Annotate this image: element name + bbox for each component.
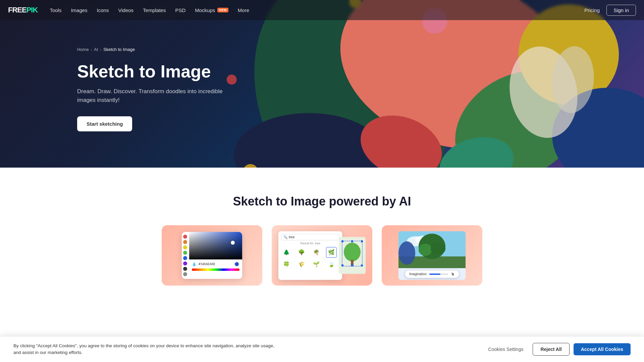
pricing-link[interactable]: Pricing — [584, 7, 600, 13]
sign-in-button[interactable]: Sign in — [606, 5, 636, 16]
nav-more[interactable]: More — [238, 7, 249, 13]
feature-card-icon-search: 🔍 tree Result for: tree 🌲 🌳 🌴 🌿 🍀 🌾 🌱 🍃 — [272, 225, 372, 286]
svg-point-37 — [398, 241, 415, 265]
breadcrumb-sep-2: › — [100, 48, 102, 52]
nav-right: Pricing Sign in — [584, 5, 636, 16]
imagination-mockup: Imagination 🖱 — [398, 231, 466, 280]
section-title: Sketch to Image powered by AI — [0, 194, 644, 208]
svg-rect-24 — [361, 240, 363, 242]
svg-rect-25 — [341, 264, 343, 266]
nav-images[interactable]: Images — [71, 7, 87, 13]
hero-content: Home › AI › Sketch to Image Sketch to Im… — [0, 20, 644, 131]
brand-name-pik: PIK — [26, 6, 38, 14]
new-badge: NEW — [217, 8, 228, 12]
icon-search-mockup: 🔍 tree Result for: tree 🌲 🌳 🌴 🌿 🍀 🌾 🌱 🍃 — [278, 231, 342, 280]
search-icon: 🔍 — [283, 235, 287, 239]
svg-point-20 — [344, 243, 361, 261]
svg-rect-23 — [341, 240, 343, 242]
hero-title: Sketch to Image — [77, 62, 644, 81]
svg-rect-27 — [351, 240, 353, 242]
feature-card-color-picker: 💧 #346AEA88 — [162, 225, 262, 286]
svg-rect-26 — [361, 264, 363, 266]
brand-logo[interactable]: FREEPIK — [8, 6, 38, 14]
brand-name-free: FREE — [8, 6, 26, 14]
svg-point-36 — [431, 243, 445, 255]
color-picker-mockup: 💧 #346AEA88 — [182, 232, 242, 279]
nav-templates[interactable]: Templates — [143, 7, 166, 13]
nav-icons[interactable]: Icons — [97, 7, 109, 13]
start-sketching-button[interactable]: Start sketching — [77, 116, 132, 131]
ai-section: Sketch to Image powered by AI — [0, 168, 644, 299]
nav-tools[interactable]: Tools — [50, 7, 61, 13]
nav-links: Tools Images Icons Videos Templates PSD … — [50, 7, 584, 13]
breadcrumb: Home › AI › Sketch to Image — [77, 47, 644, 52]
breadcrumb-sep-1: › — [91, 48, 92, 52]
nav-psd[interactable]: PSD — [175, 7, 185, 13]
breadcrumb-ai[interactable]: AI — [94, 47, 98, 52]
navbar: FREEPIK Tools Images Icons Videos Templa… — [0, 0, 644, 20]
breadcrumb-home[interactable]: Home — [77, 47, 89, 52]
svg-point-35 — [419, 244, 432, 256]
nav-videos[interactable]: Videos — [118, 7, 133, 13]
hero-section: Home › AI › Sketch to Image Sketch to Im… — [0, 0, 644, 168]
hero-subtitle: Dream. Draw. Discover. Transform doodles… — [77, 87, 225, 104]
feature-card-imagination: Imagination 🖱 — [382, 225, 482, 286]
feature-cards: 💧 #346AEA88 🔍 tree Result fo — [0, 225, 644, 286]
breadcrumb-current: Sketch to Image — [103, 47, 135, 52]
nav-mockups[interactable]: Mockups NEW — [195, 7, 228, 13]
svg-rect-28 — [351, 264, 353, 266]
